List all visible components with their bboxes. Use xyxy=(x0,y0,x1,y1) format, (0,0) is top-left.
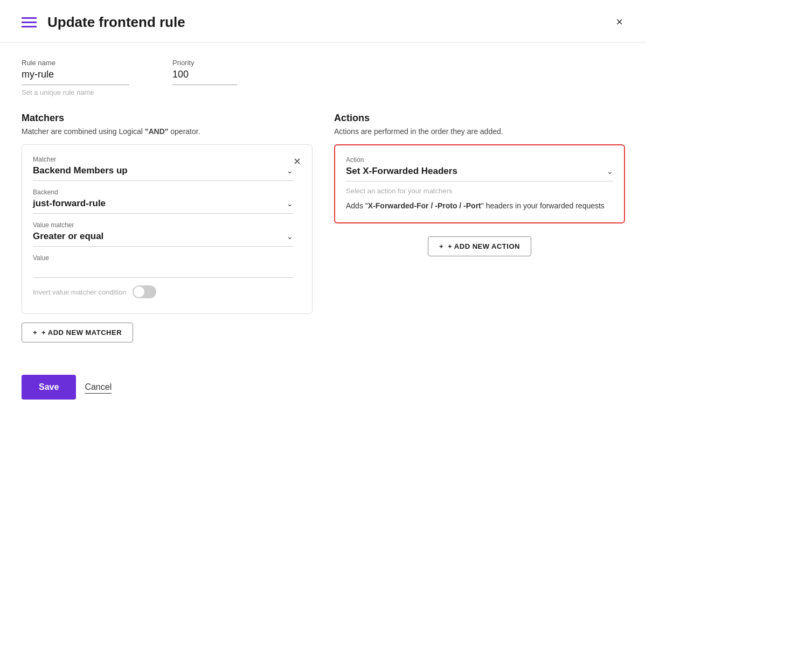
add-matcher-button[interactable]: + + ADD NEW MATCHER xyxy=(22,323,133,342)
two-col-layout: Matchers Matcher are combined using Logi… xyxy=(22,113,625,342)
dialog-content: Rule name my-rule Set a unique rule name… xyxy=(0,43,647,359)
matchers-section: Matchers Matcher are combined using Logi… xyxy=(22,113,313,342)
value-label: Value xyxy=(33,254,293,262)
value-matcher-dropdown-value: Greater or equal xyxy=(33,231,103,242)
priority-group: Priority 100 xyxy=(172,59,237,96)
action-card: Action Set X-Forwarded Headers ⌄ Select … xyxy=(334,144,625,223)
rule-name-label: Rule name xyxy=(22,59,129,67)
matcher-close-button[interactable]: ✕ xyxy=(293,156,301,167)
value-input[interactable] xyxy=(33,264,293,278)
backend-dropdown-field: Backend just-forward-rule ⌄ xyxy=(33,188,293,214)
matcher-dropdown-field: Matcher Backend Members up ⌄ xyxy=(33,156,293,181)
priority-value[interactable]: 100 xyxy=(172,69,237,85)
add-matcher-label: + ADD NEW MATCHER xyxy=(41,328,122,337)
action-hint: Select an action for your matchers xyxy=(346,187,613,195)
value-matcher-dropdown-field: Value matcher Greater or equal ⌄ xyxy=(33,221,293,247)
matcher-card: Matcher Backend Members up ⌄ Backend xyxy=(22,144,313,314)
dialog-footer: Save Cancel xyxy=(0,359,647,416)
action-desc: Adds "X-Forwarded-For / -Proto / -Port" … xyxy=(346,200,613,212)
rule-name-value[interactable]: my-rule xyxy=(22,69,129,85)
matchers-title: Matchers xyxy=(22,113,313,124)
matcher-dropdown[interactable]: Backend Members up ⌄ xyxy=(33,165,293,181)
actions-title: Actions xyxy=(334,113,625,124)
cancel-button[interactable]: Cancel xyxy=(85,381,112,394)
matcher-chevron-icon: ⌄ xyxy=(287,166,293,175)
dialog-header: Update frontend rule × xyxy=(0,0,647,43)
value-matcher-dropdown[interactable]: Greater or equal ⌄ xyxy=(33,231,293,247)
matchers-desc-prefix: Matcher are combined using Logical xyxy=(22,127,145,136)
action-chevron-icon: ⌄ xyxy=(607,167,613,176)
action-label: Action xyxy=(346,156,613,164)
action-desc-suffix: " headers in your forwarded requests xyxy=(481,201,605,210)
backend-dropdown[interactable]: just-forward-rule ⌄ xyxy=(33,198,293,214)
invert-row: Invert value matcher condition xyxy=(33,285,293,298)
matcher-dropdown-label: Matcher xyxy=(33,156,293,163)
matcher-dropdown-value: Backend Members up xyxy=(33,165,128,176)
backend-chevron-icon: ⌄ xyxy=(287,199,293,208)
actions-desc: Actions are performed in the order they … xyxy=(334,127,625,136)
value-matcher-label: Value matcher xyxy=(33,221,293,229)
save-button[interactable]: Save xyxy=(22,375,76,400)
dialog-title: Update frontend rule xyxy=(47,14,185,31)
add-action-wrapper: + + ADD NEW ACTION xyxy=(334,232,625,256)
rule-name-hint: Set a unique rule name xyxy=(22,88,129,96)
add-matcher-plus-icon: + xyxy=(33,328,37,337)
value-matcher-chevron-icon: ⌄ xyxy=(287,232,293,241)
invert-label: Invert value matcher condition xyxy=(33,288,126,296)
add-action-plus-icon: + xyxy=(439,242,443,250)
priority-label: Priority xyxy=(172,59,237,67)
invert-toggle[interactable] xyxy=(133,285,156,298)
add-action-button[interactable]: + + ADD NEW ACTION xyxy=(428,236,531,256)
action-desc-bold: X-Forwarded-For / -Proto / -Port xyxy=(368,201,481,210)
matchers-desc: Matcher are combined using Logical "AND"… xyxy=(22,127,313,136)
add-action-label: + ADD NEW ACTION xyxy=(448,242,520,250)
actions-section: Actions Actions are performed in the ord… xyxy=(334,113,625,256)
backend-dropdown-value: just-forward-rule xyxy=(33,198,106,209)
top-fields: Rule name my-rule Set a unique rule name… xyxy=(22,59,625,96)
action-desc-prefix: Adds " xyxy=(346,201,368,210)
matchers-desc-suffix: operator. xyxy=(168,127,200,136)
close-button[interactable]: × xyxy=(614,13,625,31)
action-dropdown[interactable]: Set X-Forwarded Headers ⌄ xyxy=(346,166,613,181)
rule-name-group: Rule name my-rule Set a unique rule name xyxy=(22,59,129,96)
hamburger-icon[interactable] xyxy=(22,17,37,27)
backend-label: Backend xyxy=(33,188,293,196)
header-left: Update frontend rule xyxy=(22,14,185,31)
value-field: Value xyxy=(33,254,293,278)
matcher-card-content: Matcher Backend Members up ⌄ Backend xyxy=(33,156,293,298)
matchers-desc-bold: "AND" xyxy=(145,127,169,136)
matcher-card-header: Matcher Backend Members up ⌄ Backend xyxy=(33,156,301,298)
dialog: Update frontend rule × Rule name my-rule… xyxy=(0,0,647,538)
action-dropdown-value: Set X-Forwarded Headers xyxy=(346,166,457,177)
